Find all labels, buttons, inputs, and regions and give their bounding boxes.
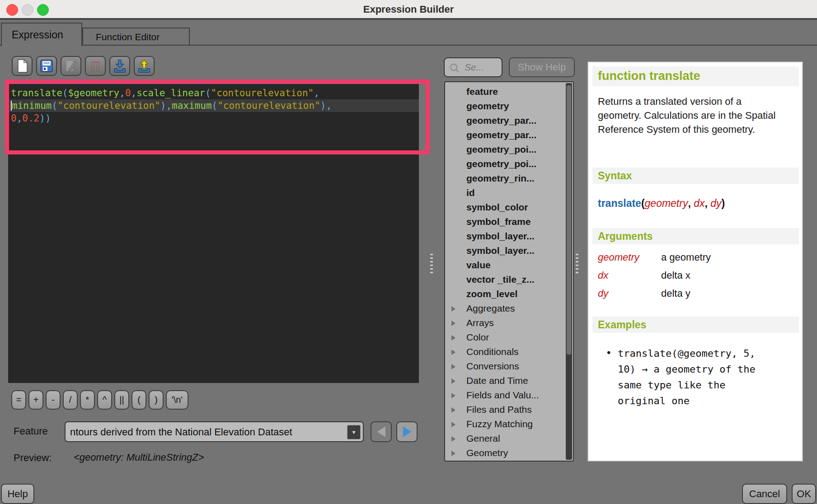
operator-button-3[interactable]: /	[63, 390, 78, 410]
function-item-label: feature	[466, 84, 498, 99]
function-item-label: symbol_frame	[466, 215, 531, 229]
function-item-label: Files and Paths	[466, 402, 532, 417]
arrow-right-icon	[403, 426, 411, 437]
operator-button-8[interactable]: )	[149, 390, 164, 410]
next-feature-button[interactable]	[396, 421, 418, 442]
function-item-label: symbol_layer...	[466, 243, 535, 258]
function-group-item[interactable]: Files and Paths	[445, 402, 565, 417]
function-list: featuregeometrygeometry_par...geometry_p…	[445, 84, 565, 460]
function-item-label: Geometry	[466, 446, 508, 460]
operator-button-1[interactable]: +	[28, 390, 43, 410]
function-item-label: Color	[466, 330, 489, 345]
expand-triangle-icon[interactable]	[451, 378, 455, 384]
function-group-item[interactable]: Color	[445, 330, 565, 345]
import-arrow-icon	[113, 59, 126, 73]
edit-expression-button[interactable]	[61, 56, 81, 76]
save-expression-button[interactable]	[36, 56, 57, 76]
operator-button-9[interactable]: '\n'	[166, 390, 188, 410]
function-field-item[interactable]: zoom_level	[445, 287, 565, 301]
expression-code-editor[interactable]: translate($geometry,0,scale_linear("cont…	[8, 84, 419, 383]
operator-buttons: =+-/*^||()'\n'	[11, 390, 188, 410]
preview-label: Preview:	[14, 452, 52, 464]
function-field-item[interactable]: geometry_par...	[445, 128, 565, 142]
function-group-item[interactable]: Arrays	[445, 316, 565, 330]
function-item-label: geometry_rin...	[466, 171, 535, 186]
help-title-band: function translate	[592, 66, 799, 86]
help-button[interactable]: Help	[1, 484, 34, 504]
operator-button-7[interactable]: (	[131, 390, 146, 410]
splitter-handle-left[interactable]	[430, 254, 433, 274]
operator-button-4[interactable]: *	[80, 390, 95, 410]
function-field-item[interactable]: id	[445, 186, 565, 200]
function-field-item[interactable]: geometry_par...	[445, 113, 565, 128]
function-group-item[interactable]: Conversions	[445, 359, 565, 373]
function-group-item[interactable]: Date and Time	[445, 373, 565, 388]
search-input[interactable]	[465, 60, 499, 75]
cancel-button[interactable]: Cancel	[742, 484, 787, 504]
function-group-item[interactable]: Fuzzy Matching	[445, 417, 565, 431]
operator-button-2[interactable]: -	[46, 390, 61, 410]
feature-select-value: ntours derived from the National Elevati…	[70, 426, 292, 438]
save-icon	[40, 60, 53, 72]
function-search-box[interactable]	[444, 57, 502, 77]
help-description: Returns a translated version of a geomet…	[598, 94, 779, 136]
syntax-signature: translate(geometry, dx, dy)	[598, 197, 725, 210]
function-field-item[interactable]: feature	[445, 84, 565, 99]
function-list-scrollbar[interactable]	[566, 83, 572, 460]
previous-feature-button[interactable]	[371, 421, 392, 442]
export-expression-button[interactable]	[134, 56, 155, 76]
operator-button-0[interactable]: =	[11, 390, 26, 410]
expand-triangle-icon[interactable]	[451, 422, 455, 427]
function-group-item[interactable]: Geometry	[445, 446, 565, 460]
scrollbar-thumb[interactable]	[566, 85, 572, 355]
function-group-item[interactable]: General	[445, 431, 565, 446]
feature-select[interactable]: ntours derived from the National Elevati…	[65, 421, 364, 442]
function-group-item[interactable]: Aggregates	[445, 301, 565, 316]
function-group-item[interactable]: Fields and Valu...	[445, 388, 565, 402]
function-field-item[interactable]: symbol_color	[445, 200, 565, 215]
function-field-item[interactable]: geometry_poi...	[445, 142, 565, 157]
function-field-item[interactable]: symbol_layer...	[445, 229, 565, 243]
expand-triangle-icon[interactable]	[451, 407, 455, 413]
example-block: • translate(@geometry, 5,10) → a geometr…	[618, 345, 756, 409]
function-item-label: value	[466, 258, 491, 272]
preview-value: <geometry: MultiLineStringZ>	[74, 452, 204, 463]
expand-triangle-icon[interactable]	[451, 393, 455, 398]
expand-triangle-icon[interactable]	[451, 306, 455, 312]
expression-builder-dialog: Expression Builder Expression Function E…	[0, 0, 817, 504]
examples-heading: Examples	[592, 317, 799, 333]
new-file-icon	[16, 59, 28, 73]
function-field-item[interactable]: symbol_frame	[445, 215, 565, 229]
delete-expression-button[interactable]	[85, 56, 106, 76]
ok-button[interactable]: OK	[792, 484, 816, 504]
expand-triangle-icon[interactable]	[451, 321, 455, 326]
function-field-item[interactable]: geometry_rin...	[445, 171, 565, 186]
tab-expression[interactable]: Expression	[1, 23, 82, 46]
tab-function-editor[interactable]: Function Editor	[82, 28, 190, 46]
expand-triangle-icon[interactable]	[451, 350, 455, 355]
new-expression-button[interactable]	[12, 56, 33, 76]
function-field-item[interactable]: geometry	[445, 99, 565, 113]
operator-button-5[interactable]: ^	[97, 390, 112, 410]
show-help-button[interactable]: Show Help	[509, 57, 575, 77]
code-line[interactable]: translate($geometry,0,scale_linear("cont…	[8, 87, 419, 99]
function-item-label: geometry_poi...	[466, 142, 536, 157]
dropdown-arrow-icon[interactable]: ▼	[347, 425, 361, 439]
function-item-label: Fuzzy Matching	[466, 417, 533, 431]
function-field-item[interactable]: value	[445, 258, 565, 272]
function-item-label: Aggregates	[466, 301, 515, 316]
splitter-handle-right[interactable]	[576, 254, 578, 274]
expand-triangle-icon[interactable]	[451, 451, 455, 456]
operator-button-6[interactable]: ||	[114, 390, 129, 410]
expand-triangle-icon[interactable]	[451, 335, 455, 341]
expand-triangle-icon[interactable]	[451, 436, 455, 442]
function-field-item[interactable]: symbol_layer...	[445, 243, 565, 258]
function-group-item[interactable]: Conditionals	[445, 345, 565, 359]
expand-triangle-icon[interactable]	[451, 364, 455, 369]
function-field-item[interactable]: vector _tile_z...	[445, 272, 565, 287]
code-line[interactable]: 0,0.2))	[8, 112, 419, 125]
syntax-heading: Syntax	[592, 168, 799, 184]
import-expression-button[interactable]	[109, 56, 130, 76]
function-field-item[interactable]: geometry_poi...	[445, 157, 565, 171]
code-line[interactable]: minimum("contourelevation"),maximum("con…	[8, 99, 419, 112]
